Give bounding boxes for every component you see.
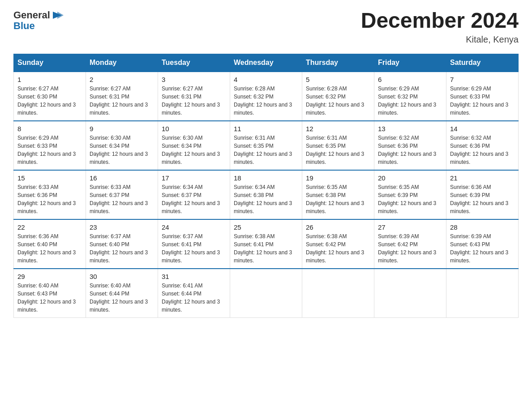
calendar-cell: 2 Sunrise: 6:27 AMSunset: 6:31 PMDayligh…	[86, 72, 158, 121]
day-number: 27	[378, 223, 442, 231]
day-info: Sunrise: 6:32 AMSunset: 6:36 PMDaylight:…	[378, 135, 436, 165]
day-info: Sunrise: 6:37 AMSunset: 6:41 PMDaylight:…	[162, 233, 220, 264]
day-number: 21	[450, 174, 515, 182]
calendar-cell: 20 Sunrise: 6:35 AMSunset: 6:39 PMDaylig…	[374, 170, 446, 219]
calendar-cell	[230, 269, 302, 318]
day-number: 19	[306, 174, 370, 182]
calendar-cell: 1 Sunrise: 6:27 AMSunset: 6:30 PMDayligh…	[14, 72, 86, 121]
logo-text-general: General	[13, 10, 50, 21]
calendar-cell: 14 Sunrise: 6:32 AMSunset: 6:36 PMDaylig…	[446, 121, 519, 170]
calendar-location: Kitale, Kenya	[361, 34, 519, 45]
calendar-cell: 8 Sunrise: 6:29 AMSunset: 6:33 PMDayligh…	[14, 121, 86, 170]
calendar-cell: 6 Sunrise: 6:29 AMSunset: 6:32 PMDayligh…	[374, 72, 446, 121]
day-number: 20	[378, 174, 442, 182]
day-info: Sunrise: 6:31 AMSunset: 6:35 PMDaylight:…	[234, 135, 292, 165]
calendar-cell: 26 Sunrise: 6:38 AMSunset: 6:42 PMDaylig…	[302, 219, 374, 269]
day-info: Sunrise: 6:30 AMSunset: 6:34 PMDaylight:…	[90, 135, 148, 165]
day-info: Sunrise: 6:33 AMSunset: 6:37 PMDaylight:…	[90, 184, 148, 214]
day-info: Sunrise: 6:36 AMSunset: 6:39 PMDaylight:…	[450, 184, 508, 214]
day-number: 24	[162, 223, 226, 231]
weekday-header-saturday: Saturday	[446, 54, 519, 72]
day-info: Sunrise: 6:41 AMSunset: 6:44 PMDaylight:…	[162, 283, 220, 313]
weekday-header-tuesday: Tuesday	[158, 54, 230, 72]
calendar-cell: 31 Sunrise: 6:41 AMSunset: 6:44 PMDaylig…	[158, 269, 230, 318]
calendar-cell: 24 Sunrise: 6:37 AMSunset: 6:41 PMDaylig…	[158, 219, 230, 269]
calendar-cell: 5 Sunrise: 6:28 AMSunset: 6:32 PMDayligh…	[302, 72, 374, 121]
day-number: 5	[306, 76, 370, 83]
weekday-header-friday: Friday	[374, 54, 446, 72]
day-info: Sunrise: 6:29 AMSunset: 6:33 PMDaylight:…	[17, 135, 76, 165]
svg-marker-1	[57, 12, 64, 19]
day-info: Sunrise: 6:27 AMSunset: 6:31 PMDaylight:…	[162, 86, 220, 116]
day-number: 9	[90, 125, 154, 133]
day-number: 12	[306, 125, 370, 133]
calendar-cell: 27 Sunrise: 6:39 AMSunset: 6:42 PMDaylig…	[374, 219, 446, 269]
day-number: 1	[17, 76, 82, 83]
calendar-cell	[446, 269, 519, 318]
day-info: Sunrise: 6:34 AMSunset: 6:37 PMDaylight:…	[162, 184, 220, 214]
day-number: 7	[450, 76, 515, 83]
calendar-month-year: December 2024	[361, 9, 519, 33]
logo-icon	[51, 9, 64, 21]
day-info: Sunrise: 6:28 AMSunset: 6:32 PMDaylight:…	[306, 86, 364, 116]
day-number: 28	[450, 223, 515, 231]
day-number: 23	[90, 223, 154, 231]
weekday-header-monday: Monday	[86, 54, 158, 72]
calendar-cell: 3 Sunrise: 6:27 AMSunset: 6:31 PMDayligh…	[158, 72, 230, 121]
day-info: Sunrise: 6:38 AMSunset: 6:41 PMDaylight:…	[234, 233, 292, 264]
weekday-header-row: SundayMondayTuesdayWednesdayThursdayFrid…	[14, 54, 519, 72]
day-number: 14	[450, 125, 515, 133]
calendar-cell: 17 Sunrise: 6:34 AMSunset: 6:37 PMDaylig…	[158, 170, 230, 219]
calendar-cell: 15 Sunrise: 6:33 AMSunset: 6:36 PMDaylig…	[14, 170, 86, 219]
day-number: 16	[90, 174, 154, 182]
calendar-cell: 11 Sunrise: 6:31 AMSunset: 6:35 PMDaylig…	[230, 121, 302, 170]
weekday-header-thursday: Thursday	[302, 54, 374, 72]
calendar-cell: 28 Sunrise: 6:39 AMSunset: 6:43 PMDaylig…	[446, 219, 519, 269]
day-number: 3	[162, 76, 226, 83]
day-info: Sunrise: 6:35 AMSunset: 6:39 PMDaylight:…	[378, 184, 436, 214]
day-number: 26	[306, 223, 370, 231]
day-info: Sunrise: 6:29 AMSunset: 6:32 PMDaylight:…	[378, 86, 436, 116]
page-header: General Blue December 2024 Kitale, Kenya	[13, 9, 519, 45]
day-info: Sunrise: 6:39 AMSunset: 6:43 PMDaylight:…	[450, 233, 508, 264]
day-info: Sunrise: 6:38 AMSunset: 6:42 PMDaylight:…	[306, 233, 364, 264]
calendar-cell: 12 Sunrise: 6:31 AMSunset: 6:35 PMDaylig…	[302, 121, 374, 170]
day-number: 2	[90, 76, 154, 83]
day-number: 25	[234, 223, 298, 231]
day-number: 31	[162, 273, 226, 280]
calendar-cell: 7 Sunrise: 6:29 AMSunset: 6:33 PMDayligh…	[446, 72, 519, 121]
day-info: Sunrise: 6:40 AMSunset: 6:43 PMDaylight:…	[17, 283, 76, 313]
weekday-header-wednesday: Wednesday	[230, 54, 302, 72]
day-info: Sunrise: 6:28 AMSunset: 6:32 PMDaylight:…	[234, 86, 292, 116]
week-row-3: 15 Sunrise: 6:33 AMSunset: 6:36 PMDaylig…	[14, 170, 519, 219]
day-info: Sunrise: 6:36 AMSunset: 6:40 PMDaylight:…	[17, 233, 76, 264]
weekday-header-sunday: Sunday	[14, 54, 86, 72]
logo: General Blue	[13, 9, 64, 31]
calendar-cell: 25 Sunrise: 6:38 AMSunset: 6:41 PMDaylig…	[230, 219, 302, 269]
calendar-cell: 22 Sunrise: 6:36 AMSunset: 6:40 PMDaylig…	[14, 219, 86, 269]
calendar-cell: 9 Sunrise: 6:30 AMSunset: 6:34 PMDayligh…	[86, 121, 158, 170]
calendar-cell	[302, 269, 374, 318]
day-info: Sunrise: 6:40 AMSunset: 6:44 PMDaylight:…	[90, 283, 148, 313]
week-row-1: 1 Sunrise: 6:27 AMSunset: 6:30 PMDayligh…	[14, 72, 519, 121]
calendar-cell: 23 Sunrise: 6:37 AMSunset: 6:40 PMDaylig…	[86, 219, 158, 269]
day-info: Sunrise: 6:39 AMSunset: 6:42 PMDaylight:…	[378, 233, 436, 264]
calendar-cell: 13 Sunrise: 6:32 AMSunset: 6:36 PMDaylig…	[374, 121, 446, 170]
week-row-4: 22 Sunrise: 6:36 AMSunset: 6:40 PMDaylig…	[14, 219, 519, 269]
day-info: Sunrise: 6:37 AMSunset: 6:40 PMDaylight:…	[90, 233, 148, 264]
day-info: Sunrise: 6:32 AMSunset: 6:36 PMDaylight:…	[450, 135, 508, 165]
week-row-2: 8 Sunrise: 6:29 AMSunset: 6:33 PMDayligh…	[14, 121, 519, 170]
day-number: 13	[378, 125, 442, 133]
calendar-cell: 21 Sunrise: 6:36 AMSunset: 6:39 PMDaylig…	[446, 170, 519, 219]
day-number: 11	[234, 125, 298, 133]
day-info: Sunrise: 6:35 AMSunset: 6:38 PMDaylight:…	[306, 184, 364, 214]
calendar-cell: 19 Sunrise: 6:35 AMSunset: 6:38 PMDaylig…	[302, 170, 374, 219]
day-number: 15	[17, 174, 82, 182]
day-number: 4	[234, 76, 298, 83]
calendar-cell: 30 Sunrise: 6:40 AMSunset: 6:44 PMDaylig…	[86, 269, 158, 318]
calendar-cell: 10 Sunrise: 6:30 AMSunset: 6:34 PMDaylig…	[158, 121, 230, 170]
calendar-cell	[374, 269, 446, 318]
day-number: 8	[17, 125, 82, 133]
day-info: Sunrise: 6:31 AMSunset: 6:35 PMDaylight:…	[306, 135, 364, 165]
calendar-cell: 4 Sunrise: 6:28 AMSunset: 6:32 PMDayligh…	[230, 72, 302, 121]
